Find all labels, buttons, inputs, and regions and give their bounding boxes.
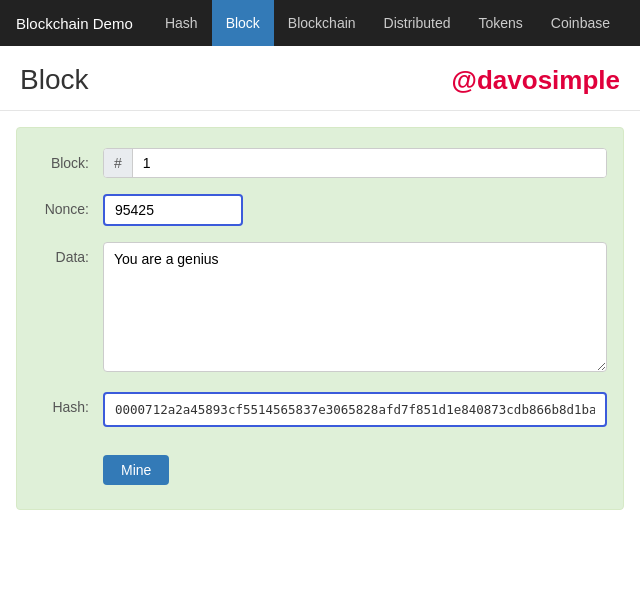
nav-links: Hash Block Blockchain Distributed Tokens… <box>151 0 624 46</box>
data-label: Data: <box>33 242 103 265</box>
nonce-label: Nonce: <box>33 194 103 217</box>
block-row: Block: # <box>33 148 607 178</box>
nav-link-tokens[interactable]: Tokens <box>464 0 536 46</box>
nav-link-coinbase[interactable]: Coinbase <box>537 0 624 46</box>
page-title: Block <box>20 64 88 96</box>
block-input-wrap: # <box>103 148 607 178</box>
block-label: Block: <box>33 148 103 171</box>
page-header: Block @davosimple <box>0 46 640 111</box>
block-number-container: # <box>103 148 607 178</box>
navbar: Blockchain Demo Hash Block Blockchain Di… <box>0 0 640 46</box>
data-textarea-wrap <box>103 242 607 376</box>
nav-link-distributed[interactable]: Distributed <box>370 0 465 46</box>
nonce-input[interactable] <box>103 194 243 226</box>
hash-input-wrap <box>103 392 607 427</box>
nav-link-blockchain[interactable]: Blockchain <box>274 0 370 46</box>
hash-input[interactable] <box>103 392 607 427</box>
brand-tag: @davosimple <box>452 65 620 96</box>
nav-link-block[interactable]: Block <box>212 0 274 46</box>
mine-button[interactable]: Mine <box>103 455 169 485</box>
block-form: Block: # Nonce: Data: Hash: Mine <box>16 127 624 510</box>
block-number-input[interactable] <box>133 149 606 177</box>
data-row: Data: <box>33 242 607 376</box>
hash-label: Hash: <box>33 392 103 415</box>
hash-row: Hash: <box>33 392 607 427</box>
block-hash-prefix: # <box>104 149 133 177</box>
data-textarea[interactable] <box>103 242 607 372</box>
nav-brand: Blockchain Demo <box>16 15 133 32</box>
nav-link-hash[interactable]: Hash <box>151 0 212 46</box>
nonce-row: Nonce: <box>33 194 607 226</box>
nonce-input-wrap <box>103 194 607 226</box>
